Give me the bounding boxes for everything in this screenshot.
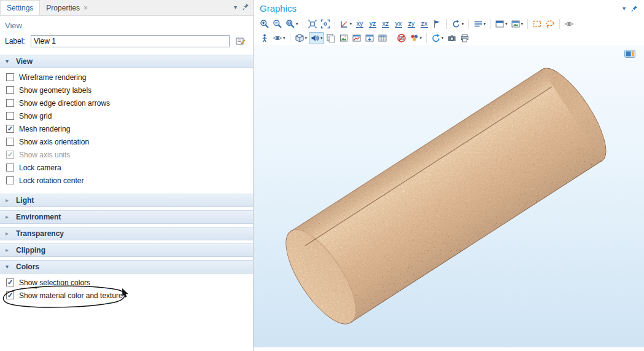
select-box-icon <box>532 19 542 29</box>
checkbox-row-wireframe-rendering[interactable]: Wireframe rendering <box>0 71 253 84</box>
visibility-button[interactable]: ▾ <box>271 32 287 44</box>
checkbox[interactable] <box>6 176 14 184</box>
image-snapshot-button[interactable]: ▾ <box>494 18 509 30</box>
checkbox[interactable] <box>6 291 14 299</box>
checkbox-label: Lock camera <box>19 164 61 172</box>
scene-light-button[interactable]: ▾ <box>472 18 487 30</box>
toolbar-separator <box>559 19 560 29</box>
checkbox-row-lock-camera[interactable]: Lock camera <box>0 161 253 174</box>
view-yz-button[interactable]: yz <box>367 18 379 30</box>
checkbox[interactable] <box>6 125 14 133</box>
go-to-view-button[interactable] <box>431 18 443 30</box>
section-header-colors[interactable]: ▾ Colors <box>0 260 253 274</box>
image-snapshot-2-button[interactable]: ▾ <box>510 18 525 30</box>
pin-icon[interactable] <box>242 3 249 10</box>
checkbox-label: Mesh rendering <box>19 125 70 133</box>
go-to-view-icon <box>432 19 442 29</box>
dropdown-arrow-icon[interactable]: ▾ <box>296 22 298 26</box>
environment-button[interactable]: ▾ <box>293 32 309 44</box>
checkbox[interactable] <box>6 86 14 94</box>
select-lasso-button[interactable] <box>544 18 556 30</box>
checkbox[interactable] <box>6 278 14 286</box>
checkbox-row-show-material-color-and-texture[interactable]: Show material color and texture <box>0 289 253 302</box>
panel-menu-icon[interactable]: ▾ <box>234 4 237 10</box>
toolbar-separator <box>303 19 303 29</box>
dropdown-arrow-icon[interactable]: ▾ <box>350 22 352 26</box>
update-button[interactable]: ▾ <box>430 32 445 44</box>
zoom-extents-button[interactable] <box>306 18 319 30</box>
panel-menu-icon[interactable]: ▾ <box>623 5 626 12</box>
section-title: Colors <box>16 262 39 271</box>
section-header-transparency[interactable]: ▸ Transparency <box>0 227 253 240</box>
environment-cube-icon <box>295 33 305 43</box>
first-person-button[interactable] <box>258 32 271 44</box>
checkbox-row-show-grid[interactable]: Show grid <box>0 109 253 122</box>
copy-image-button[interactable] <box>338 32 350 44</box>
checkbox[interactable] <box>6 112 14 120</box>
dropdown-arrow-icon[interactable]: ▾ <box>420 36 422 40</box>
zoom-out-button[interactable] <box>271 18 284 30</box>
section-header-view[interactable]: ▾ View <box>0 55 253 68</box>
tab-properties-label: Properties <box>46 4 80 12</box>
graphics-canvas[interactable] <box>254 45 644 347</box>
checkbox-row-show-axis-orientation[interactable]: Show axis orientation <box>0 135 253 148</box>
camera-button[interactable] <box>446 32 458 44</box>
plot-export-button[interactable] <box>363 32 376 44</box>
sound-button[interactable]: ▾ <box>309 32 324 44</box>
dropdown-arrow-icon[interactable]: ▾ <box>484 22 486 26</box>
tab-properties[interactable]: Properties × <box>40 0 94 15</box>
table-button[interactable] <box>376 32 389 44</box>
dropdown-arrow-icon[interactable]: ▾ <box>320 36 323 40</box>
transparency-button[interactable] <box>563 18 575 30</box>
section-header-clipping[interactable]: ▸ Clipping <box>0 243 253 257</box>
view-zx-button[interactable]: zx <box>418 18 430 30</box>
visibility-eye-icon <box>273 33 282 43</box>
go-to-default-view-button[interactable]: ▾ <box>338 18 354 30</box>
section-header-environment[interactable]: ▸ Environment <box>0 210 253 224</box>
dropdown-arrow-icon[interactable]: ▾ <box>462 22 464 26</box>
checkbox[interactable] <box>6 99 14 107</box>
checkbox-row-lock-rotation-center[interactable]: Lock rotation center <box>0 174 253 187</box>
zoom-in-button[interactable] <box>258 18 271 30</box>
print-button[interactable] <box>459 32 471 44</box>
section-header-light[interactable]: ▸ Light <box>0 194 253 207</box>
no-color-button[interactable] <box>395 32 408 44</box>
copper-cylinder[interactable] <box>265 52 626 341</box>
cylinder-3d-model[interactable] <box>254 45 644 347</box>
checkbox-row-show-edge-direction-arrows[interactable]: Show edge direction arrows <box>0 97 253 109</box>
dropdown-arrow-icon[interactable]: ▾ <box>505 22 508 26</box>
zoom-box-button[interactable]: ▾ <box>284 18 300 30</box>
checkbox-row-show-selection-colors[interactable]: Show selection colors <box>0 276 253 289</box>
checkbox-row-mesh-rendering[interactable]: Mesh rendering <box>0 122 253 135</box>
graphics-context-icon <box>624 50 635 58</box>
pin-icon[interactable] <box>631 5 638 12</box>
label-input[interactable] <box>31 35 230 47</box>
checkbox-row-show-geometry-labels[interactable]: Show geometry labels <box>0 84 253 97</box>
collapse-arrow-icon: ▸ <box>6 247 12 253</box>
checkbox[interactable] <box>6 73 14 81</box>
view-xz-button[interactable]: xz <box>379 18 392 30</box>
collapse-arrow-icon: ▾ <box>6 264 12 270</box>
tab-settings[interactable]: Settings <box>0 0 40 15</box>
rename-button[interactable] <box>233 35 248 47</box>
rotate-view-button[interactable]: ▾ <box>450 18 465 30</box>
dropdown-arrow-icon[interactable]: ▾ <box>441 36 444 40</box>
plot-window-button[interactable] <box>351 32 363 44</box>
color-button[interactable]: ▾ <box>408 32 424 44</box>
graphics-context-button[interactable] <box>624 50 635 60</box>
checkbox[interactable] <box>6 164 14 172</box>
select-box-button[interactable] <box>531 18 543 30</box>
dropdown-arrow-icon[interactable]: ▾ <box>283 36 285 40</box>
copy-plot-button[interactable] <box>325 32 337 44</box>
checkbox-label: Lock rotation center <box>19 176 83 185</box>
view-yx-button[interactable]: yx <box>392 18 405 30</box>
zoom-to-selection-button[interactable] <box>319 18 332 30</box>
checkbox[interactable] <box>6 138 14 146</box>
section-title: Light <box>16 196 34 205</box>
rename-icon <box>236 37 246 45</box>
view-zy-button[interactable]: zy <box>405 18 417 30</box>
close-icon[interactable]: × <box>83 4 88 12</box>
dropdown-arrow-icon[interactable]: ▾ <box>521 22 524 26</box>
dropdown-arrow-icon[interactable]: ▾ <box>305 36 308 40</box>
view-xy-button[interactable]: xy <box>354 18 366 30</box>
